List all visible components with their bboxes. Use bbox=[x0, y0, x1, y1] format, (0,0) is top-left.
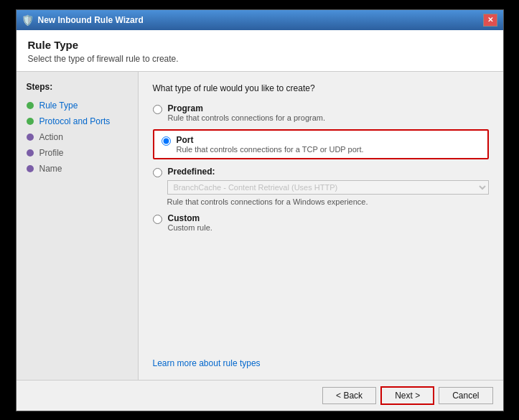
sidebar-item-label-protocol: Protocol and Ports bbox=[39, 116, 111, 126]
sidebar-item-label-rule-type: Rule Type bbox=[39, 101, 78, 111]
sidebar-title: Steps: bbox=[17, 79, 138, 98]
predefined-dropdown-wrapper: BranchCache - Content Retrieval (Uses HT… bbox=[153, 180, 489, 195]
next-button[interactable]: Next > bbox=[380, 386, 434, 405]
window-footer: < Back Next > Cancel bbox=[17, 380, 503, 411]
option-port-desc: Rule that controls connections for a TCP… bbox=[177, 145, 364, 154]
step-indicator-profile bbox=[27, 149, 34, 157]
sidebar-item-label-action: Action bbox=[39, 132, 63, 142]
back-button[interactable]: < Back bbox=[322, 387, 376, 404]
title-bar-left: 🛡️ New Inbound Rule Wizard bbox=[22, 14, 144, 26]
option-port-title: Port bbox=[177, 135, 364, 145]
option-custom-label: Custom Custom rule. bbox=[168, 213, 212, 232]
option-program-label: Program Rule that controls connections f… bbox=[168, 103, 326, 122]
window-title: New Inbound Rule Wizard bbox=[38, 15, 144, 25]
option-port: Port Rule that controls connections for … bbox=[162, 135, 480, 154]
option-predefined-section: Predefined: BranchCache - Content Retrie… bbox=[153, 167, 489, 206]
footer-link-container: Learn more about rule types bbox=[153, 347, 489, 368]
close-button[interactable]: ✕ bbox=[483, 14, 497, 27]
option-predefined-desc: Rule that controls connections for a Win… bbox=[153, 197, 489, 206]
option-custom-desc: Custom rule. bbox=[168, 223, 212, 232]
radio-predefined[interactable] bbox=[153, 168, 162, 177]
step-indicator-rule-type bbox=[27, 102, 34, 109]
page-title: Rule Type bbox=[28, 39, 492, 51]
window-header: Rule Type Select the type of firewall ru… bbox=[17, 30, 503, 72]
radio-port[interactable] bbox=[162, 136, 171, 146]
sidebar-item-action[interactable]: Action bbox=[17, 129, 138, 145]
title-bar: 🛡️ New Inbound Rule Wizard ✕ bbox=[17, 10, 503, 30]
option-predefined-title: Predefined: bbox=[168, 167, 215, 177]
title-controls: ✕ bbox=[483, 14, 497, 27]
option-custom: Custom Custom rule. bbox=[153, 213, 489, 232]
sidebar-item-profile[interactable]: Profile bbox=[17, 145, 138, 161]
sidebar-item-name[interactable]: Name bbox=[17, 161, 138, 177]
sidebar-item-protocol[interactable]: Protocol and Ports bbox=[17, 113, 138, 129]
step-indicator-name bbox=[27, 165, 34, 172]
sidebar: Steps: Rule Type Protocol and Ports Acti… bbox=[17, 72, 139, 380]
main-window: 🛡️ New Inbound Rule Wizard ✕ Rule Type S… bbox=[16, 9, 504, 411]
window-body: Steps: Rule Type Protocol and Ports Acti… bbox=[17, 72, 503, 380]
learn-more-link[interactable]: Learn more about rule types bbox=[153, 358, 261, 368]
radio-program[interactable] bbox=[153, 105, 162, 114]
cancel-button[interactable]: Cancel bbox=[439, 387, 492, 404]
radio-custom[interactable] bbox=[153, 215, 162, 224]
step-indicator-protocol bbox=[27, 118, 34, 125]
sidebar-item-label-profile: Profile bbox=[39, 148, 64, 158]
sidebar-item-label-name: Name bbox=[39, 164, 62, 174]
option-program-title: Program bbox=[168, 103, 326, 113]
option-port-box: Port Rule that controls connections for … bbox=[153, 129, 489, 159]
option-program-desc: Rule that controls connections for a pro… bbox=[168, 113, 326, 122]
predefined-select[interactable]: BranchCache - Content Retrieval (Uses HT… bbox=[167, 180, 489, 195]
option-predefined: Predefined: bbox=[153, 167, 489, 177]
option-port-label: Port Rule that controls connections for … bbox=[177, 135, 364, 154]
options-list: Program Rule that controls connections f… bbox=[153, 103, 489, 232]
main-content: What type of rule would you like to crea… bbox=[139, 72, 503, 380]
option-custom-title: Custom bbox=[168, 213, 212, 223]
step-indicator-action bbox=[27, 134, 34, 141]
sidebar-item-rule-type[interactable]: Rule Type bbox=[17, 98, 138, 113]
rule-question: What type of rule would you like to crea… bbox=[153, 83, 489, 93]
page-subtitle: Select the type of firewall rule to crea… bbox=[28, 54, 492, 64]
option-program: Program Rule that controls connections f… bbox=[153, 103, 489, 122]
window-icon: 🛡️ bbox=[22, 14, 34, 26]
